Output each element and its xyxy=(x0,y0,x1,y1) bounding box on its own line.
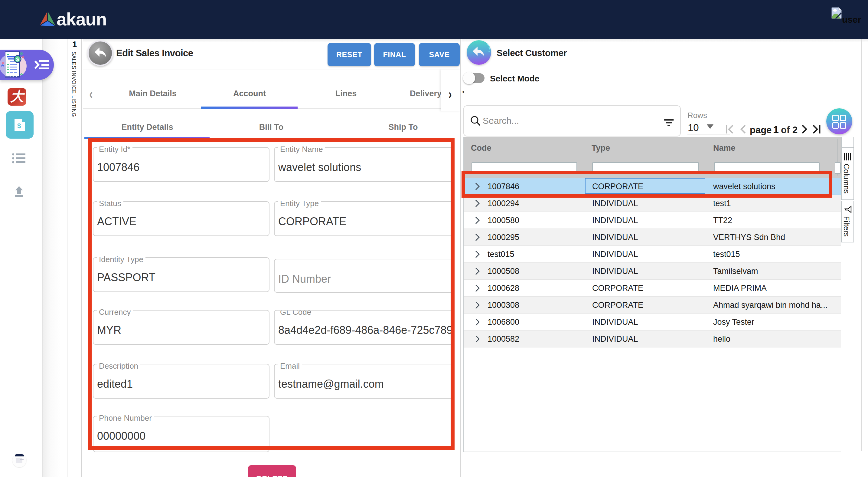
svg-text:$: $ xyxy=(17,122,21,129)
svg-text:$: $ xyxy=(16,57,19,62)
